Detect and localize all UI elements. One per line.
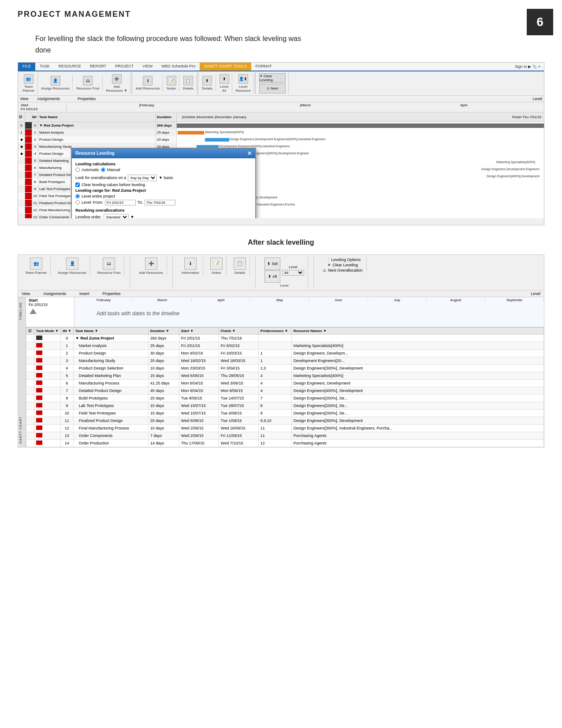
level-selection-icon[interactable]: ⬆ <box>202 76 212 86</box>
row-name-4[interactable]: Product Design Selection <box>73 364 148 372</box>
row-check-6 <box>26 379 34 387</box>
sign-in[interactable]: Sign in ▶ 📎 × <box>511 63 544 71</box>
p2-resource-pool-icon[interactable]: 🗂 <box>103 258 115 270</box>
p2-next-overallocation-label[interactable]: Next Overallocation <box>328 268 363 273</box>
row-mode-7 <box>34 387 61 394</box>
month-jun-p2: June <box>309 298 368 302</box>
ribbon-tab-task[interactable]: TASK <box>35 63 54 71</box>
dialog-body: Leveling calculations Automatic Manual L… <box>72 158 255 218</box>
ribbon-tab-gantt[interactable]: GANTT CHART TOOLS <box>200 63 251 71</box>
th-wi: WI ▼ <box>60 327 73 334</box>
table-row: 13 Order Components 7 days Wed 2/09/15 F… <box>26 432 544 439</box>
row-duration-8: 25 days <box>148 394 179 402</box>
level-all-icon[interactable]: ⬆ <box>220 74 229 84</box>
row-mode-2 <box>34 349 61 357</box>
details-icon[interactable]: 📋 <box>183 76 193 86</box>
ribbon-tab-file[interactable]: FILE <box>18 63 35 71</box>
row-mode-5 <box>34 372 61 379</box>
row-predecessors-11: 6,9,10 <box>258 417 291 424</box>
p2-add-resources-icon[interactable]: ➕ <box>145 258 157 270</box>
row-name-11[interactable]: Finalized Product Design <box>73 417 148 424</box>
p2-clear-leveling-label[interactable]: Clear Leveling <box>333 263 358 267</box>
notes-icon[interactable]: 📝 <box>167 76 176 86</box>
row-name-2[interactable]: Product Design <box>73 349 148 357</box>
automatic-radio[interactable] <box>75 168 80 172</box>
row-name-0[interactable]: ▼ Red Zuma Project <box>73 334 148 342</box>
information-icon[interactable]: ℹ <box>143 76 153 86</box>
p2-level-all-icon[interactable]: ⬆ All <box>264 270 280 283</box>
row-finish-5: Thu 28/05/15 <box>219 372 258 379</box>
row-name-7[interactable]: Detailed Product Design <box>73 387 148 394</box>
overallocation-select[interactable]: Day by Day <box>128 175 157 181</box>
p2-level-selection-icon[interactable]: ⬆ Sel <box>264 258 280 270</box>
p2-start-label: Start <box>29 298 71 302</box>
res-label-2: Design Engineers,Development Engineers[4… <box>230 138 326 141</box>
p2-resource-select[interactable]: All <box>282 270 304 276</box>
from-date-input[interactable] <box>105 200 136 205</box>
p2-subnav: View Assignments Insert Properties Level <box>18 291 544 297</box>
row-duration-6: 41.25 days <box>148 379 179 387</box>
row-duration-12: 10 days <box>148 424 179 432</box>
level-resource-icon[interactable]: 👤⬆ <box>238 74 248 84</box>
details-label: Details <box>183 86 194 90</box>
clear-leveling-icon[interactable]: ✕ Clear Leveling <box>259 73 286 83</box>
p2-insert-label: Insert <box>79 291 89 296</box>
entire-project-radio[interactable] <box>75 194 80 198</box>
ribbon-tab-view[interactable]: VIEW <box>138 63 157 71</box>
p2-leveling-options-label[interactable]: Leveling Options <box>331 258 361 262</box>
properties-tab: Properties <box>78 97 96 101</box>
p2-notes-icon[interactable]: 📝 <box>210 258 223 270</box>
row-wi-10: 10 <box>60 409 73 417</box>
row-predecessors-5: 4 <box>258 372 291 379</box>
row-resources-1: Marketing Specialists[400%] <box>291 342 543 349</box>
row-name-13[interactable]: Order Components <box>73 432 148 439</box>
from-label: From: <box>93 200 104 205</box>
p2-details-icon[interactable]: 📋 <box>234 258 246 270</box>
order-select[interactable]: Standard <box>104 214 129 218</box>
row-name-14[interactable]: Order Production <box>73 439 148 447</box>
row-resources-2: Design Engineers, Developm... <box>291 349 543 357</box>
team-planner-icon[interactable]: 👥 <box>24 74 33 84</box>
row-duration-10: 15 days <box>148 409 179 417</box>
p2-properties-label: Properties <box>102 291 120 296</box>
ribbon-tab-wbs[interactable]: WBS Schedule Pro <box>157 63 200 71</box>
month-apr-p2: April <box>192 298 250 302</box>
p2-team-planner-icon[interactable]: 👥 <box>30 258 42 270</box>
row-name-12[interactable]: Final Manufacturing Process <box>73 424 148 432</box>
dialog-close-icon[interactable]: ✕ <box>247 150 252 157</box>
manual-radio[interactable] <box>101 168 105 172</box>
add-resources-icon[interactable]: ➕ <box>112 74 122 84</box>
ribbon-tab-report[interactable]: REPORT <box>86 63 111 71</box>
p2-assign-resources-icon[interactable]: 👤 <box>66 258 78 270</box>
next-overallocation-icon[interactable]: ⚠ Next <box>259 84 286 93</box>
p2-next-overallocation-icon: ⚠ <box>323 268 326 273</box>
p2-information-icon[interactable]: ℹ <box>184 258 197 270</box>
table-header-row: ☑ Task Mode ▼ WI ▼ Task Name ▼ Duration … <box>26 327 544 334</box>
row-name-1[interactable]: Market Analysis <box>73 342 148 349</box>
gantt-chart-side-label: GANTT CHART <box>18 324 26 447</box>
assign-resources-icon[interactable]: 👤 <box>51 76 60 86</box>
ribbon-tab-project[interactable]: PROJECT <box>111 63 138 71</box>
row-mode-9 <box>34 402 61 409</box>
ribbon-tab-format[interactable]: FORMAT <box>251 63 276 71</box>
row-name-6[interactable]: Manufacturing Process <box>73 379 148 387</box>
resource-pool-icon[interactable]: 🗂 <box>83 76 93 86</box>
row-name-9[interactable]: Lab Test Prototypes <box>73 402 148 409</box>
table-row: 8 Build Prototypes 25 days Tue 9/06/15 T… <box>26 394 544 402</box>
row-name-10[interactable]: Field Test Prototypes <box>73 409 148 417</box>
clear-leveling-section: ✕ Clear Leveling ⚠ Next <box>257 72 289 94</box>
ribbon-tab-resource[interactable]: RESOURCE <box>54 63 86 71</box>
panel1-toolbar: 👥 TeamPlanner 👤 Assign Resources 🗂 Resou… <box>18 71 544 96</box>
res-label-6: Design Engineers,Development Engineers <box>481 168 540 171</box>
row-name-5[interactable]: Detailed Marketing Plan <box>73 372 148 379</box>
row-duration-3: 20 days <box>148 357 179 364</box>
resource-pool-section: 🗂 Resource Pool <box>74 75 102 91</box>
clear-leveling-checkbox[interactable] <box>75 183 80 187</box>
row-finish-12: Wed 16/09/15 <box>219 424 258 432</box>
to-date-input[interactable] <box>145 200 175 205</box>
level-range-radio[interactable] <box>75 200 80 205</box>
row-name-8[interactable]: Build Prototypes <box>73 394 148 402</box>
row-resources-14: Purchasing Agents <box>291 439 543 447</box>
row-check-8 <box>26 394 34 402</box>
row-name-3[interactable]: Manufacturing Study <box>73 357 148 364</box>
